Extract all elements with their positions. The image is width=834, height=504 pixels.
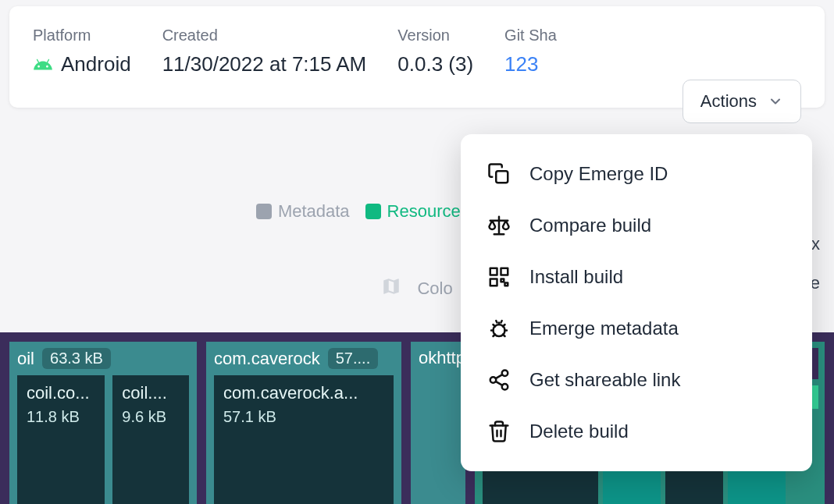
clipped-text-x: x bbox=[811, 234, 820, 254]
created-col: Created 11/30/2022 at 7:15 AM bbox=[162, 27, 367, 76]
svg-rect-2 bbox=[501, 268, 508, 275]
svg-rect-4 bbox=[501, 279, 504, 282]
legend-resource[interactable]: Resource bbox=[365, 201, 461, 222]
platform-col: Platform Android bbox=[33, 27, 131, 76]
chevron-down-icon bbox=[768, 94, 783, 109]
svg-line-11 bbox=[496, 374, 503, 378]
treemap-group-header: com.caverock 57.... bbox=[214, 348, 394, 369]
platform-value: Android bbox=[61, 52, 131, 76]
treemap-cell[interactable]: coil.... 9.6 kB bbox=[112, 375, 189, 504]
treemap-children: com.caverock.a... 57.1 kB bbox=[214, 375, 394, 504]
build-header-card: Platform Android Created 11/30/2022 at 7… bbox=[9, 6, 825, 108]
trash-icon bbox=[487, 420, 511, 443]
action-copy-emerge-id[interactable]: Copy Emerge ID bbox=[461, 148, 812, 200]
action-label: Compare build bbox=[529, 215, 651, 236]
legend-secondary: Colo bbox=[381, 276, 452, 301]
action-label: Emerge metadata bbox=[529, 318, 679, 339]
action-label: Delete build bbox=[529, 421, 629, 442]
legend-metadata-label: Metadata bbox=[278, 201, 350, 222]
treemap-group-name: oil bbox=[17, 349, 34, 369]
action-compare-build[interactable]: Compare build bbox=[461, 200, 812, 251]
treemap-children: coil.co... 11.8 kB coil.... 9.6 kB bbox=[17, 375, 189, 504]
action-get-shareable-link[interactable]: Get shareable link bbox=[461, 354, 812, 406]
treemap-group-size: 57.... bbox=[328, 348, 378, 369]
actions-button[interactable]: Actions bbox=[683, 80, 801, 123]
gitsha-col: Git Sha 123 bbox=[504, 27, 557, 76]
svg-line-10 bbox=[496, 382, 503, 385]
resource-swatch bbox=[365, 204, 381, 219]
scale-icon bbox=[487, 214, 511, 237]
svg-rect-1 bbox=[490, 268, 497, 275]
action-label: Get shareable link bbox=[529, 369, 680, 391]
action-label: Install build bbox=[529, 266, 623, 288]
treemap-cell-size: 11.8 kB bbox=[27, 408, 95, 426]
treemap-cell-name: coil.... bbox=[122, 383, 180, 403]
metadata-swatch bbox=[256, 204, 272, 219]
treemap-cell-size: 57.1 kB bbox=[223, 408, 384, 426]
treemap-cell-name: com.caverock.a... bbox=[223, 383, 384, 403]
meta-row: Platform Android Created 11/30/2022 at 7… bbox=[33, 27, 801, 76]
android-icon bbox=[33, 55, 53, 75]
legend-color-label: Colo bbox=[417, 279, 452, 299]
created-value: 11/30/2022 at 7:15 AM bbox=[162, 52, 367, 76]
bug-icon bbox=[487, 317, 511, 340]
treemap-cell[interactable]: coil.co... 11.8 kB bbox=[17, 375, 105, 504]
version-col: Version 0.0.3 (3) bbox=[397, 27, 473, 76]
action-label: Copy Emerge ID bbox=[529, 163, 668, 185]
created-label: Created bbox=[162, 27, 367, 44]
qr-icon bbox=[487, 265, 511, 289]
treemap-cell-size: 9.6 kB bbox=[122, 408, 180, 426]
treemap-group-header: oil 63.3 kB bbox=[17, 348, 189, 369]
treemap-cell[interactable]: com.caverock.a... 57.1 kB bbox=[214, 375, 394, 504]
platform-label: Platform bbox=[33, 27, 131, 44]
version-label: Version bbox=[397, 27, 473, 44]
treemap-group-oil[interactable]: oil 63.3 kB coil.co... 11.8 kB coil.... … bbox=[9, 342, 197, 504]
legend-metadata[interactable]: Metadata bbox=[256, 201, 350, 222]
legend-resource-label: Resource bbox=[387, 201, 461, 222]
platform-value-container: Android bbox=[33, 52, 131, 76]
treemap-cell-name: coil.co... bbox=[27, 383, 95, 403]
map-icon bbox=[381, 276, 401, 301]
share-icon bbox=[487, 368, 511, 392]
gitsha-link[interactable]: 123 bbox=[504, 52, 557, 76]
version-value: 0.0.3 (3) bbox=[397, 52, 473, 76]
svg-rect-3 bbox=[490, 279, 497, 286]
svg-rect-0 bbox=[496, 171, 508, 183]
treemap-group-header: okhttp bbox=[419, 348, 458, 368]
actions-button-label: Actions bbox=[700, 91, 757, 112]
action-emerge-metadata[interactable]: Emerge metadata bbox=[461, 303, 812, 354]
treemap-group-size: 63.3 kB bbox=[42, 348, 111, 369]
svg-rect-5 bbox=[505, 283, 508, 286]
copy-icon bbox=[487, 162, 511, 186]
action-install-build[interactable]: Install build bbox=[461, 251, 812, 303]
action-delete-build[interactable]: Delete build bbox=[461, 406, 812, 457]
treemap-group-okhttp[interactable]: okhttp bbox=[411, 342, 465, 504]
treemap-group-name: com.caverock bbox=[214, 349, 320, 369]
treemap-group-name: okhttp bbox=[419, 348, 465, 368]
treemap-group-caverock[interactable]: com.caverock 57.... com.caverock.a... 57… bbox=[206, 342, 401, 504]
gitsha-label: Git Sha bbox=[504, 27, 557, 44]
actions-dropdown: Copy Emerge ID Compare build Install bui… bbox=[461, 134, 812, 471]
